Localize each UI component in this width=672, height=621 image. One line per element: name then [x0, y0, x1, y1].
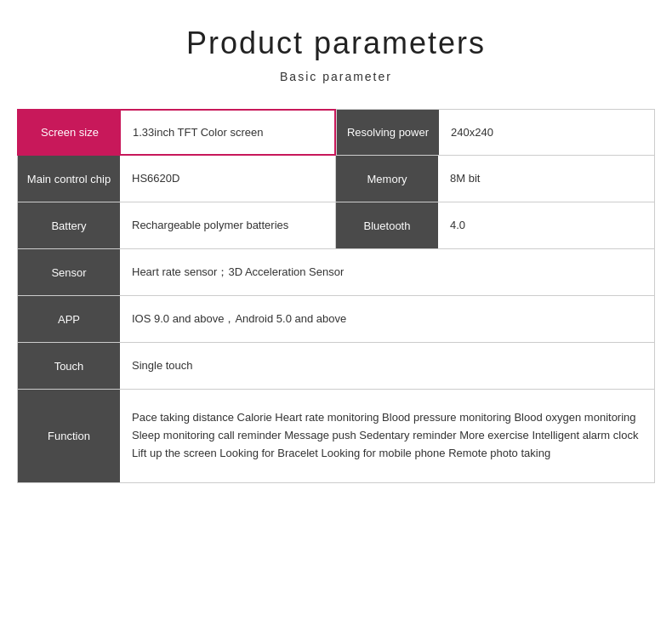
table-row: APPIOS 9.0 and above，Android 5.0 and abo… [17, 296, 655, 343]
label-cell: Sensor [18, 249, 120, 295]
value-cell: 240x240 [439, 110, 654, 155]
label-cell: Resolving power [337, 110, 439, 155]
table-row: TouchSingle touch [17, 343, 655, 390]
value-cell: IOS 9.0 and above，Android 5.0 and above [120, 296, 654, 342]
label-cell: Screen size [19, 111, 121, 154]
table-row: FunctionPace taking distance Calorie Hea… [17, 390, 655, 483]
value-cell: 4.0 [438, 202, 654, 248]
value-cell: Rechargeable polymer batteries [120, 202, 335, 248]
label-cell: Bluetooth [336, 202, 438, 248]
params-table: Screen size1.33inch TFT Color screenReso… [17, 109, 655, 483]
value-cell: 1.33inch TFT Color screen [121, 111, 334, 154]
page-title: Product parameters [186, 26, 486, 61]
value-cell: HS6620D [120, 156, 335, 202]
page-subtitle: Basic parameter [280, 70, 392, 83]
label-cell: Touch [18, 343, 120, 389]
label-cell: Memory [336, 156, 438, 202]
table-row: Main control chipHS6620DMemory8M bit [17, 156, 655, 202]
table-row: BatteryRechargeable polymer batteriesBlu… [17, 202, 655, 249]
value-cell: Heart rate sensor；3D Acceleration Sensor [120, 249, 654, 295]
value-cell: Pace taking distance Calorie Heart rate … [120, 390, 654, 482]
table-row: Screen size1.33inch TFT Color screenReso… [17, 109, 655, 156]
table-row: SensorHeart rate sensor；3D Acceleration … [17, 249, 655, 296]
label-cell: Function [18, 390, 120, 482]
label-cell: Main control chip [18, 156, 120, 202]
value-cell: Single touch [120, 343, 654, 389]
label-cell: APP [18, 296, 120, 342]
label-cell: Battery [18, 202, 120, 248]
value-cell: 8M bit [438, 156, 654, 202]
